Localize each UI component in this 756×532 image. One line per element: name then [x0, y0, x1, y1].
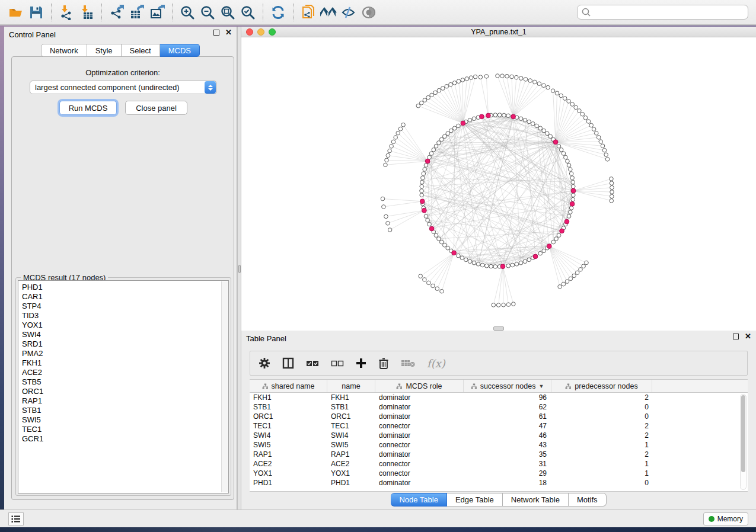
network-edge[interactable] [422, 103, 463, 123]
leaf-node[interactable] [386, 153, 390, 158]
leaf-node[interactable] [601, 144, 605, 148]
clone-network-icon[interactable] [298, 4, 318, 21]
table-cell[interactable]: RAP1 [250, 450, 327, 459]
mcds-result-item[interactable]: TID3 [22, 311, 228, 321]
table-cell[interactable]: STB1 [250, 402, 327, 412]
network-edge[interactable] [503, 267, 503, 305]
mcds-hub-node[interactable] [564, 219, 569, 224]
network-edge[interactable] [390, 210, 425, 230]
ring-node[interactable] [571, 184, 575, 188]
leaf-node[interactable] [567, 100, 571, 104]
memory-button[interactable]: Memory [703, 512, 748, 525]
ring-node[interactable] [515, 262, 519, 266]
network-edge[interactable] [513, 82, 535, 116]
open-session-icon[interactable] [6, 4, 26, 21]
ring-node[interactable] [484, 264, 489, 268]
table-row[interactable]: ORC1ORC1dominator610 [250, 412, 748, 421]
leaf-node[interactable] [574, 105, 578, 110]
ring-node[interactable] [442, 134, 446, 139]
table-cell[interactable]: 47 [464, 421, 551, 431]
ring-node[interactable] [464, 258, 468, 262]
table-row[interactable]: PHD1PHD1dominator180 [250, 478, 748, 488]
tab-network-table[interactable]: Network Table [503, 493, 569, 507]
mcds-result-item[interactable]: STB1 [22, 406, 228, 415]
column-header-MCDS-role[interactable]: MCDS role [375, 380, 464, 392]
ring-node[interactable] [571, 180, 575, 184]
table-cell[interactable]: 0 [551, 412, 652, 421]
network-edge[interactable] [556, 125, 591, 142]
float-window-icon[interactable] [733, 334, 739, 339]
ring-node[interactable] [542, 129, 546, 133]
leaf-node[interactable] [565, 280, 569, 284]
network-edge[interactable] [391, 146, 428, 161]
network-edge[interactable] [513, 79, 526, 117]
ring-node[interactable] [424, 164, 428, 168]
leaf-node[interactable] [610, 199, 614, 203]
leaf-node[interactable] [492, 303, 496, 307]
network-edge[interactable] [425, 100, 463, 123]
network-edge[interactable] [573, 188, 612, 191]
leaf-node[interactable] [502, 303, 506, 307]
table-cell[interactable]: STB1 [327, 402, 375, 412]
leaf-node[interactable] [533, 80, 537, 84]
leaf-node[interactable] [551, 89, 555, 93]
ring-node[interactable] [442, 243, 446, 247]
ring-node[interactable] [460, 256, 464, 260]
leaf-node[interactable] [515, 75, 519, 79]
search-network-icon[interactable] [318, 4, 339, 21]
leaf-node[interactable] [431, 284, 435, 288]
network-edge[interactable] [573, 191, 611, 201]
column-header-predecessor-nodes[interactable]: predecessor nodes [551, 380, 652, 392]
network-window-titlebar[interactable]: YPA_prune.txt_1 [241, 27, 756, 37]
ring-node[interactable] [538, 251, 543, 255]
table-cell[interactable]: 2 [551, 431, 652, 440]
ring-node[interactable] [429, 152, 433, 156]
mcds-hub-node[interactable] [553, 140, 558, 145]
mcds-hub-node[interactable] [570, 201, 575, 206]
ring-node[interactable] [523, 118, 527, 122]
leaf-node[interactable] [388, 149, 392, 153]
show-columns-icon[interactable] [282, 357, 294, 369]
leaf-node[interactable] [519, 76, 523, 81]
leaf-node[interactable] [604, 153, 608, 157]
zoom-fit-icon[interactable] [218, 4, 238, 21]
leaf-node[interactable] [433, 91, 438, 95]
leaf-node[interactable] [610, 190, 614, 194]
network-edge[interactable] [395, 137, 428, 161]
network-edge[interactable] [573, 183, 612, 191]
leaf-node[interactable] [388, 228, 392, 232]
leaf-node[interactable] [586, 120, 591, 124]
leaf-node[interactable] [473, 75, 477, 79]
export-table-icon[interactable] [127, 4, 147, 21]
table-cell[interactable]: ACE2 [250, 459, 327, 469]
leaf-node[interactable] [484, 75, 489, 79]
leaf-node[interactable] [423, 278, 427, 282]
leaf-node[interactable] [610, 194, 614, 198]
table-cell[interactable]: dominator [375, 393, 464, 402]
table-cell[interactable]: 2 [551, 450, 652, 459]
zoom-in-icon[interactable] [177, 4, 197, 21]
table-cell[interactable]: TEC1 [250, 421, 327, 431]
table-cell[interactable]: RAP1 [327, 450, 375, 459]
network-edge[interactable] [442, 253, 454, 291]
table-cell[interactable]: SWI4 [327, 431, 375, 440]
table-cell[interactable] [652, 393, 748, 402]
ring-node[interactable] [564, 155, 568, 159]
close-panel-icon[interactable]: ✕ [745, 334, 751, 339]
leaf-node[interactable] [541, 84, 546, 88]
ring-node[interactable] [493, 265, 497, 269]
ring-node[interactable] [557, 144, 561, 148]
network-edge[interactable] [428, 98, 463, 123]
mcds-result-item[interactable]: ACE2 [22, 368, 228, 377]
leaf-node[interactable] [578, 109, 582, 113]
table-cell[interactable]: 18 [464, 478, 551, 488]
ring-node[interactable] [571, 197, 575, 201]
network-edge[interactable] [556, 133, 596, 142]
ring-node[interactable] [538, 126, 543, 130]
leaf-node[interactable] [419, 274, 423, 278]
leaf-node[interactable] [596, 136, 601, 140]
network-edge[interactable] [549, 246, 577, 273]
tab-motifs[interactable]: Motifs [569, 493, 607, 507]
column-header-successor-nodes[interactable]: successor nodes▼ [464, 380, 551, 392]
mcds-hub-node[interactable] [533, 254, 538, 259]
